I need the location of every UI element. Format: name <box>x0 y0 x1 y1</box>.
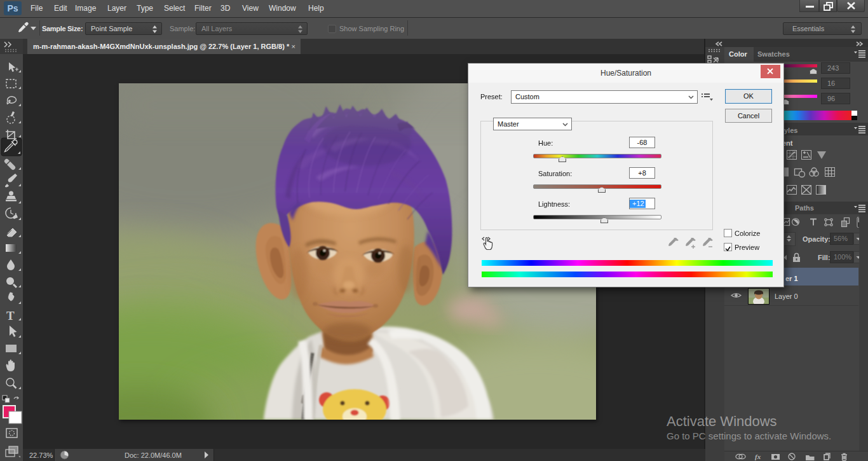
svg-text:fx: fx <box>755 453 761 460</box>
svg-text:T: T <box>6 309 15 322</box>
